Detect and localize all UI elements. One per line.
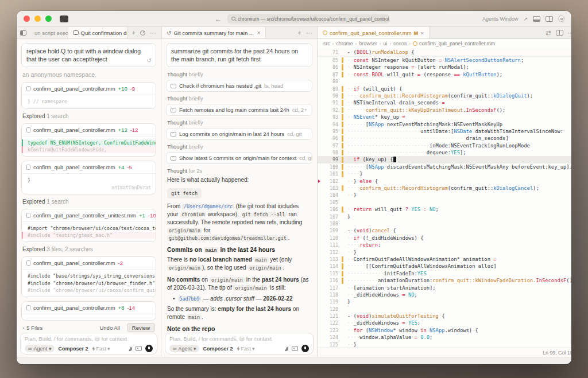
code-line[interactable]: 120	[318, 306, 571, 313]
line-number[interactable]: 111	[318, 241, 338, 248]
code-line[interactable]: 97···························inMode:NSEv…	[318, 142, 571, 149]
code-line[interactable]: 112··}	[318, 249, 571, 256]
diff-card-header[interactable]: confirm_quit_panel_controller.mm+4-5	[22, 161, 156, 174]
gear-icon[interactable]	[558, 15, 564, 22]
line-number[interactable]: 113	[318, 256, 338, 263]
code-line[interactable]: 110··if·(!_didHideWindows)·{	[318, 235, 571, 241]
code-line[interactable]: 94······[NSApp·nextEventMatchingMask:NSE…	[318, 121, 571, 128]
close-tab-icon[interactable]: ×	[257, 30, 261, 36]
explored-summary[interactable]: Explored 1 search	[22, 113, 156, 119]
diff-card-header[interactable]: confirm_quit_panel_controller.mm-2	[22, 257, 156, 270]
code-line[interactable]: 103····confirm_quit::RecordHistogram(con…	[318, 185, 571, 192]
close-window-button[interactable]	[24, 15, 30, 22]
composer-placeholder[interactable]: Plan, Build, / for commands, @ for conte…	[25, 336, 153, 342]
code-line[interactable]: 117··[animation·startAnimation];	[318, 285, 571, 291]
left-composer[interactable]: Plan, Build, / for commands, @ for conte…	[20, 333, 157, 354]
new-chat-button[interactable]: +	[132, 29, 136, 36]
restore-checkpoint-icon[interactable]: ↺	[147, 57, 152, 65]
code-line[interactable]: 105	[318, 199, 571, 206]
attach-image-icon[interactable]	[292, 346, 298, 351]
code-line[interactable]: 95························untilDate:[NSD…	[318, 128, 571, 135]
line-number[interactable]: 92	[318, 107, 338, 114]
middle-chat-scroll[interactable]: summarize git commits for the past 24 ho…	[161, 39, 317, 333]
line-number[interactable]: 125	[318, 341, 338, 348]
agent-mode-dropdown[interactable]: ∞ Agent ▾	[25, 345, 55, 352]
line-number[interactable]: 105	[318, 199, 338, 206]
code-line[interactable]: 91··NSTimeInterval·drain_seconds·=	[318, 99, 571, 106]
middle-composer[interactable]: Plan, Build, / for commands, @ for conte…	[165, 333, 314, 354]
split-editor-icon[interactable]	[556, 30, 563, 36]
window-title-search-pill[interactable]: chromium — src/chrome/browser/ui/cocoa/c…	[227, 14, 389, 24]
code-line[interactable]: 92······confirm_quit::kKeyUpDrainTimeout…	[318, 107, 571, 114]
thought-row[interactable]: Thought briefly	[167, 119, 312, 126]
history-icon[interactable]	[140, 30, 145, 36]
code-line[interactable]: 90····confirm_quit::RecordHistogram(conf…	[318, 92, 571, 99]
line-number[interactable]: 98	[318, 149, 338, 156]
tab-run-script[interactable]: un script exec...	[30, 27, 68, 38]
line-number[interactable]: 124	[318, 334, 338, 341]
agents-window-label[interactable]: Agents Window	[482, 16, 519, 22]
code-line[interactable]: 109-·(void)cancel·{	[318, 227, 571, 234]
diff-card[interactable]: confirm_quit_panel_controller.mm+4-5}Fad…	[21, 161, 156, 194]
line-number[interactable]: 85	[318, 57, 338, 64]
line-number[interactable]: 103	[318, 185, 338, 192]
code-line[interactable]: 124····window.alphaValue·=·0.0;	[318, 334, 571, 341]
composer-placeholder[interactable]: Plan, Build, / for commands, @ for conte…	[169, 336, 309, 342]
back-arrow-icon[interactable]: ←	[215, 15, 222, 23]
code-line[interactable]: 99··if·(key_up)·{	[318, 156, 571, 163]
diff-card[interactable]: confirm_quit_panel_controller_unittest.m…	[21, 209, 156, 243]
line-number[interactable]: 104	[318, 192, 338, 198]
code-line[interactable]: 87··const·BOOL·will_quit·=·(response·==·…	[318, 71, 571, 78]
line-number[interactable]: 94	[318, 121, 338, 128]
line-number[interactable]: 95	[318, 128, 338, 135]
microphone-button[interactable]	[301, 345, 309, 352]
line-number[interactable]: 123	[318, 327, 338, 334]
minimize-window-button[interactable]	[34, 15, 41, 22]
line-number[interactable]: 96	[318, 135, 338, 142]
review-button[interactable]: Review	[127, 323, 155, 332]
thought-row[interactable]: Thought briefly	[167, 95, 312, 102]
line-number[interactable]: 112	[318, 249, 338, 256]
new-chat-button[interactable]: +	[298, 29, 301, 36]
line-number[interactable]: 117	[318, 285, 338, 291]
code-line[interactable]: 89··if·(will_quit)·{	[318, 85, 571, 92]
diff-card-header[interactable]: confirm_quit_panel_controller.mm+10-9	[22, 83, 156, 95]
usage-meter-icon[interactable]	[283, 345, 289, 352]
line-number[interactable]: 116	[318, 277, 338, 284]
code-line[interactable]: 93··NSEvent*·key_up·=	[318, 114, 571, 120]
line-number[interactable]: 109	[318, 227, 338, 234]
tool-call-card[interactable]: Fetch remotes and log main commits last …	[166, 104, 312, 116]
code-line[interactable]: 119}	[318, 298, 571, 305]
code-line[interactable]: 111····return;	[318, 241, 571, 248]
cursor-position-label[interactable]: Ln 99, Col 18	[543, 350, 571, 356]
line-number[interactable]: 115	[318, 270, 338, 277]
code-line[interactable]: 122··_didHideWindows·=·YES;	[318, 319, 571, 326]
code-area[interactable]: 85··const·NSInteger·kQuitButton·=·NSAler…	[318, 56, 571, 348]
speed-dropdown[interactable]: Fast ▾	[237, 346, 255, 352]
more-actions-button[interactable]: ⋯	[150, 29, 156, 37]
line-number[interactable]: 110	[318, 235, 338, 241]
line-number[interactable]: 91	[318, 99, 338, 106]
line-number[interactable]: 108	[318, 220, 338, 227]
user-message-card[interactable]: summarize git commits for the past 24 ho…	[166, 43, 312, 67]
sidebar-toggle-button[interactable]	[17, 27, 30, 38]
line-number[interactable]: 97	[318, 142, 338, 149]
code-line[interactable]: 123··for·(NSWindow*·window·in·NSApp.wind…	[318, 327, 571, 334]
diff-card-header[interactable]: confirm_quit_panel_controller.mm+8-14	[22, 302, 156, 314]
line-number[interactable]: 100	[318, 163, 338, 170]
line-number[interactable]: 87	[318, 71, 338, 78]
left-chat-scroll[interactable]: replace hold Q to quit with a window dia…	[17, 39, 161, 322]
sticky-scope-header[interactable]: 71 -·(BOOL)runModalLoop·{	[318, 48, 571, 56]
breadcrumb[interactable]: src›chrome›browser›ui›cocoa›confirm_quit…	[318, 39, 571, 48]
line-number[interactable]: 89	[318, 85, 338, 92]
line-number[interactable]: 86	[318, 64, 338, 71]
more-actions-button[interactable]: ⋯	[306, 29, 312, 37]
thought-row[interactable]: Thought briefly	[167, 71, 312, 77]
line-number[interactable]: 119	[318, 298, 338, 305]
line-number[interactable]: 101	[318, 170, 338, 177]
breadcrumb-item[interactable]: ui	[383, 41, 387, 46]
sync-changes-icon[interactable]: ⇄	[546, 29, 551, 37]
line-number[interactable]: 106	[318, 206, 338, 213]
code-line[interactable]: 107}	[318, 213, 571, 220]
diff-card-header[interactable]: confirm_quit_panel_controller_unittest.m…	[22, 209, 156, 222]
